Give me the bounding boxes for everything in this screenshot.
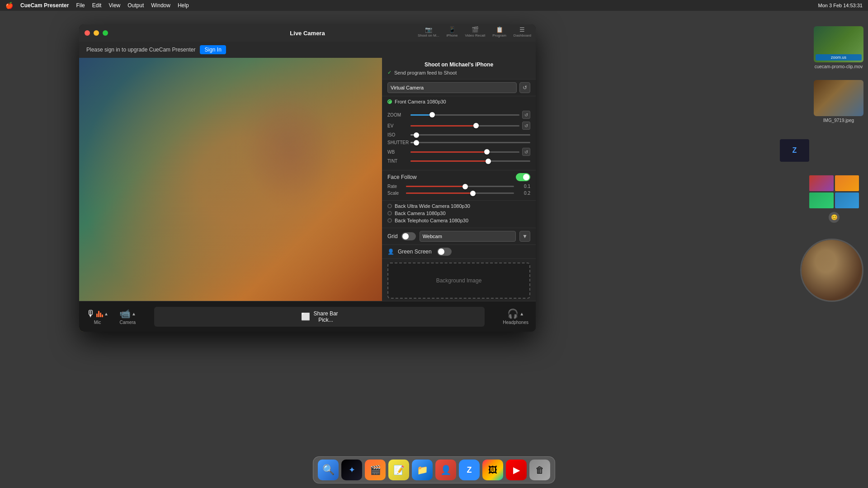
dock-notes[interactable]: 📝 [388, 460, 409, 480]
headphones-section[interactable]: 🎧 ▲ Headphones [503, 308, 528, 325]
face-icon-button[interactable]: 😊 [829, 212, 840, 223]
small-thumb[interactable]: Z [780, 139, 809, 162]
cuecam-clip-label: cuecam-promo-clip.mov [815, 64, 863, 69]
scale-track[interactable] [406, 192, 514, 194]
share-bar[interactable]: ⬜ Share Bar Pick... [154, 307, 485, 327]
dock-trash[interactable]: 🗑 [529, 460, 550, 480]
zoom-app-label: zoom.us [816, 54, 862, 61]
rate-track[interactable] [406, 186, 514, 187]
share-bar-line1: Share Bar [314, 310, 338, 317]
shutter-track[interactable] [410, 142, 530, 143]
camera-preview [79, 58, 382, 332]
vcam-refresh-button[interactable]: ↺ [519, 82, 530, 93]
dock-files[interactable]: 📁 [412, 460, 433, 480]
webcam-dropdown-button[interactable]: ▼ [519, 231, 530, 242]
menubar: 🍎 CueCam Presenter File Edit View Output… [0, 0, 868, 11]
share-bar-text: Share Bar Pick... [314, 310, 338, 323]
app-name: CueCam Presenter [20, 2, 69, 9]
menu-output[interactable]: Output [127, 2, 144, 9]
close-button[interactable] [85, 30, 90, 36]
wb-reset-button[interactable]: ↺ [522, 148, 530, 156]
nav-tab-program[interactable]: 📋 Program [492, 26, 506, 38]
right-panel: Shoot on Michael's iPhone ✓ Send program… [382, 58, 536, 332]
iso-track[interactable] [410, 134, 530, 136]
nav-tab-shoot[interactable]: 📷 Shoot on M... [418, 26, 439, 38]
grid-label: Grid [387, 233, 398, 239]
front-camera-radio[interactable] [387, 99, 392, 104]
wb-track[interactable] [410, 151, 519, 153]
tint-label: TINT [387, 159, 408, 164]
zoom-thumbnail[interactable]: zoom.us [814, 26, 863, 62]
menu-window[interactable]: Window [151, 2, 170, 9]
front-camera-row[interactable]: Front Camera 1080p30 [387, 99, 530, 104]
green-screen-toggle[interactable] [437, 248, 452, 256]
menu-help[interactable]: Help [178, 2, 189, 9]
minimize-button[interactable] [94, 30, 99, 36]
dock-cardhop[interactable]: 👤 [435, 460, 456, 480]
media-grid[interactable] [809, 175, 859, 208]
dock-zoom[interactable]: Z [459, 460, 480, 480]
maximize-button[interactable] [103, 30, 108, 36]
ev-reset-button[interactable]: ↺ [522, 122, 530, 130]
shoot-option-label: Send program feed to Shoot [394, 70, 457, 75]
green-screen-row: 👤 Green Screen [382, 245, 536, 259]
background-image-area[interactable]: Background Image [387, 263, 530, 299]
dock-cuecam[interactable]: 🎬 [365, 460, 386, 480]
vcam-row: Virtual Camera ↺ [382, 80, 536, 96]
headphones-expand-button[interactable]: ▲ [519, 311, 524, 316]
content-area: Shoot on Michael's iPhone ✓ Send program… [79, 58, 536, 332]
signin-button[interactable]: Sign In [200, 45, 226, 54]
mic-section: 🎙 ▲ Mic [86, 309, 108, 325]
dock-luma[interactable]: ▶ [506, 460, 527, 480]
apple-menu[interactable]: 🍎 [5, 2, 13, 9]
headphones-icon: 🎧 [507, 308, 519, 319]
face-follow-toggle[interactable] [516, 173, 530, 181]
webcam-select[interactable]: Webcam [420, 231, 516, 242]
nav-tab-iphone[interactable]: 📱 iPhone [446, 26, 458, 38]
back-camera-radio[interactable] [387, 211, 392, 216]
camera-section: 📹 ▲ Camera [119, 308, 136, 325]
scale-value: 0.2 [517, 191, 530, 196]
grid-toggle[interactable] [401, 232, 416, 240]
dock-photos[interactable]: 🖼 [482, 460, 503, 480]
zoom-reset-button[interactable]: ↺ [522, 111, 530, 119]
face-follow-label: Face Follow [387, 174, 417, 180]
shoot-title: Shoot on Michael's iPhone [387, 61, 530, 68]
face-follow-section: Face Follow Rate 0.1 [382, 170, 536, 201]
self-view-circle[interactable] [800, 239, 863, 302]
zoom-track[interactable] [410, 114, 519, 116]
nav-tab-video-recall[interactable]: 🎬 Video Recall [465, 26, 485, 38]
person-overlay [79, 58, 382, 332]
back-camera-row[interactable]: Back Camera 1080p30 [387, 211, 530, 216]
menu-view[interactable]: View [108, 2, 120, 9]
dock-siri[interactable]: ✦ [341, 460, 362, 480]
share-bar-line2: Pick... [314, 317, 338, 323]
img-thumbnail[interactable] [814, 80, 863, 116]
back-ultra-row[interactable]: Back Ultra Wide Camera 1080p30 [387, 203, 530, 209]
virtual-camera-select[interactable]: Virtual Camera [387, 82, 517, 93]
mic-expand-button[interactable]: ▲ [104, 311, 108, 316]
back-tele-radio[interactable] [387, 218, 392, 223]
menu-edit[interactable]: Edit [92, 2, 102, 9]
rate-value: 0.1 [517, 184, 530, 189]
camera-expand-button[interactable]: ▲ [132, 311, 136, 316]
mic-label: Mic [94, 320, 101, 325]
back-ultra-radio[interactable] [387, 204, 392, 208]
checkmark-icon: ✓ [387, 70, 392, 75]
scale-row: Scale 0.2 [387, 191, 530, 196]
shoot-option[interactable]: ✓ Send program feed to Shoot [387, 70, 530, 75]
back-camera-label: Back Camera 1080p30 [395, 211, 446, 216]
dock-finder[interactable]: 🔍 [318, 460, 339, 480]
grid-row: Grid Webcam ▼ [382, 228, 536, 245]
mic-icon: 🎙 [86, 309, 95, 319]
menu-file[interactable]: File [76, 2, 85, 9]
back-tele-row[interactable]: Back Telephoto Camera 1080p30 [387, 218, 530, 223]
camera-icon: 📹 [119, 308, 131, 319]
tint-track[interactable] [410, 160, 530, 162]
ev-label: EV [387, 123, 408, 128]
background-image-label: Background Image [436, 277, 482, 284]
nav-tab-dashboard[interactable]: ☰ Dashboard [514, 26, 531, 38]
zoom-label: ZOOM [387, 113, 408, 117]
img-file-label: IMG_9719.jpeg [823, 118, 854, 123]
ev-track[interactable] [410, 125, 519, 127]
